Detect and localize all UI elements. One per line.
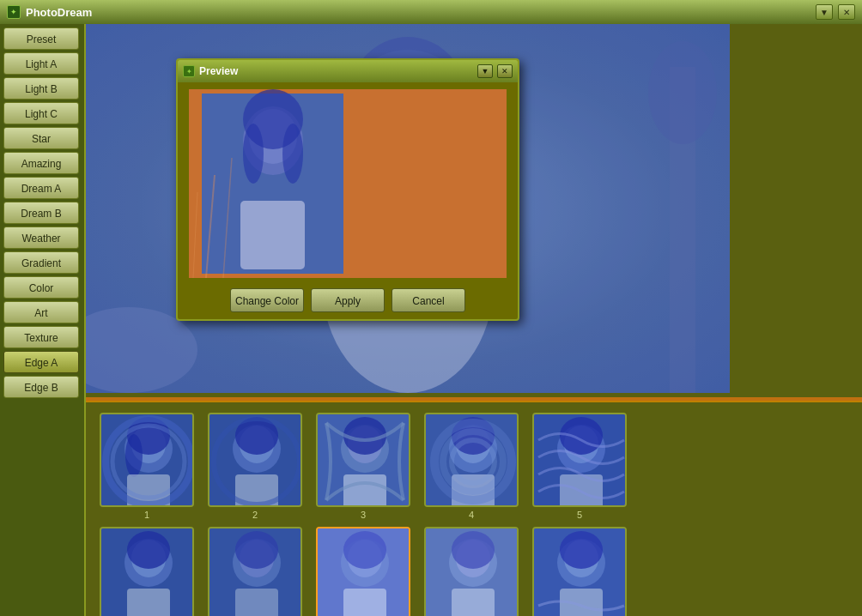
change-color-button[interactable]: Change Color [230, 288, 304, 312]
sidebar-item-edge-a[interactable]: Edge A [3, 351, 79, 373]
thumbnail-item-2[interactable]: 2 [204, 413, 306, 520]
title-bar: ✦ PhotoDream ▼ ✕ [0, 0, 862, 24]
sidebar-item-dream-a[interactable]: Dream A [3, 177, 79, 199]
svg-rect-75 [318, 528, 410, 616]
close-button[interactable]: ✕ [838, 4, 855, 20]
sidebar-item-weather[interactable]: Weather [3, 226, 79, 249]
sidebar-item-amazing[interactable]: Amazing [3, 152, 79, 174]
thumbnail-image-5 [532, 413, 627, 507]
thumbnail-item-4[interactable]: 4 [421, 413, 522, 520]
app-icon: ✦ [7, 5, 21, 19]
sidebar-item-light-b[interactable]: Light B [3, 77, 79, 100]
sidebar-item-dream-b[interactable]: Dream B [3, 202, 79, 224]
thumbnail-image-10 [532, 527, 627, 616]
thumbnail-item-5[interactable]: 5 [529, 413, 630, 520]
sidebar-item-star[interactable]: Star [3, 127, 79, 149]
sidebar-item-art[interactable]: Art [3, 301, 79, 323]
main-image-area: ✦ Preview ▼ ✕ [86, 24, 862, 397]
cancel-button[interactable]: Cancel [392, 288, 465, 312]
preview-content: Change Color Apply Cancel [178, 82, 518, 319]
thumbnail-label-2: 2 [252, 510, 258, 520]
sidebar-item-light-a[interactable]: Light A [3, 52, 79, 75]
thumbnail-image-4 [424, 413, 519, 507]
content-area: ✦ Preview ▼ ✕ [86, 24, 862, 616]
svg-point-57 [560, 417, 603, 455]
thumbnail-item-9[interactable]: 9 [421, 527, 522, 616]
sidebar-item-edge-b[interactable]: Edge B [3, 376, 79, 398]
app-title: PhotoDream [26, 6, 810, 19]
sidebar-item-texture[interactable]: Texture [3, 326, 79, 348]
svg-rect-63 [127, 589, 170, 616]
thumbnail-item-10[interactable]: 10 [529, 527, 630, 616]
sidebar-item-light-c[interactable]: Light C [3, 102, 79, 124]
svg-point-62 [127, 531, 170, 569]
thumbnail-image-8 [316, 527, 410, 616]
preview-image [189, 89, 507, 278]
thumbnail-grid: 1 2 [93, 409, 855, 616]
svg-rect-26 [202, 94, 343, 274]
preview-image-container [189, 89, 507, 278]
svg-point-31 [125, 434, 143, 477]
svg-rect-81 [426, 528, 519, 616]
preview-titlebar: ✦ Preview ▼ ✕ [178, 60, 518, 82]
thumbnail-image-6 [100, 527, 194, 616]
thumbnail-strip: 1 2 [86, 401, 862, 616]
thumbnail-item-1[interactable]: 1 [96, 413, 197, 520]
preview-icon: ✦ [183, 65, 195, 77]
apply-button[interactable]: Apply [311, 288, 385, 312]
preview-title: Preview [199, 65, 473, 77]
thumbnail-image-7 [208, 527, 302, 616]
preview-minimize-button[interactable]: ▼ [477, 64, 493, 78]
thumbnail-image-1 [100, 413, 194, 507]
thumbnail-label-1: 1 [144, 510, 149, 520]
thumbnail-item-3[interactable]: 3 [313, 413, 414, 520]
thumbnail-item-8[interactable]: 8 [313, 527, 414, 616]
thumbnail-label-5: 5 [577, 510, 582, 520]
thumbnail-image-2 [208, 413, 302, 507]
svg-rect-69 [209, 528, 302, 616]
sidebar-item-preset[interactable]: Preset [3, 27, 79, 50]
svg-rect-45 [343, 474, 386, 507]
svg-point-85 [560, 531, 603, 569]
thumbnail-image-9 [424, 527, 519, 616]
thumbnail-item-6[interactable]: 6 [96, 527, 197, 616]
preview-dialog: ✦ Preview ▼ ✕ [176, 58, 519, 321]
preview-buttons: Change Color Apply Cancel [230, 288, 465, 312]
main-layout: Preset Light A Light B Light C Star Amaz… [0, 24, 862, 616]
preview-close-button[interactable]: ✕ [497, 64, 513, 78]
sidebar-item-color[interactable]: Color [3, 276, 79, 299]
thumbnail-image-3 [316, 413, 410, 507]
thumbnail-label-4: 4 [469, 510, 474, 520]
minimize-button[interactable]: ▼ [816, 4, 833, 20]
sidebar: Preset Light A Light B Light C Star Amaz… [0, 24, 86, 616]
sidebar-item-gradient[interactable]: Gradient [3, 251, 79, 274]
thumbnail-label-3: 3 [361, 510, 366, 520]
thumbnail-item-7[interactable]: 7 [204, 527, 306, 616]
